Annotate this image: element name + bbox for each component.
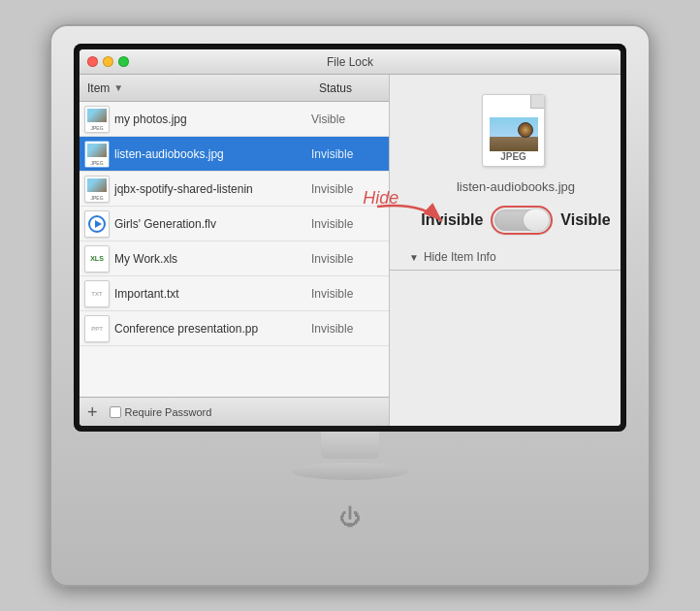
stand-base — [292, 463, 408, 480]
title-bar: File Lock — [80, 49, 620, 75]
file-status: Invisible — [311, 147, 389, 161]
triangle-icon: ▼ — [409, 252, 419, 263]
require-password-checkbox[interactable] — [110, 406, 121, 418]
file-icon — [80, 210, 114, 238]
screen-bezel: File Lock Item ▼ Status — [74, 44, 626, 432]
ground-layer — [490, 137, 538, 151]
file-name: listen-audiobooks.jpg — [114, 147, 311, 161]
close-button[interactable] — [87, 56, 98, 67]
toggle-knob — [524, 209, 549, 231]
file-name: My Work.xls — [114, 252, 311, 266]
file-list-footer: + Require Password — [80, 397, 389, 426]
jpeg-type-label: JPEG — [500, 151, 526, 162]
column-item-header[interactable]: Item ▼ — [80, 81, 311, 95]
table-row[interactable]: XLS My Work.xls Invisible — [80, 241, 389, 276]
file-name: Important.txt — [114, 287, 311, 301]
table-row[interactable]: jqbx-spotify-shared-listenin Invisible — [80, 172, 389, 207]
screen: File Lock Item ▼ Status — [80, 49, 620, 426]
visibility-toggle[interactable] — [493, 208, 551, 233]
file-icon: TXT — [80, 280, 114, 307]
corner-fold — [530, 95, 544, 109]
jpeg-icon — [84, 106, 110, 133]
file-preview: JPEG — [482, 94, 550, 172]
hide-item-info[interactable]: ▼ Hide Item Info — [409, 250, 496, 264]
detail-panel: JPEG listen-audiobooks.jpg Hide — [390, 75, 620, 426]
xls-icon: XLS — [84, 245, 110, 273]
file-icon — [80, 176, 114, 203]
jpeg-file-icon: JPEG — [482, 94, 545, 167]
jpeg-icon — [84, 141, 110, 168]
file-icon — [80, 141, 114, 168]
file-name: my photos.jpg — [114, 113, 311, 126]
content-area: Item ▼ Status my photo — [80, 75, 620, 426]
window-title: File Lock — [327, 55, 373, 69]
lens-circle — [518, 122, 533, 138]
file-status: Visible — [311, 113, 389, 126]
play-icon — [95, 220, 102, 228]
table-row[interactable]: TXT Important.txt Invisible — [80, 276, 389, 311]
table-row[interactable]: listen-audiobooks.jpg Invisible — [80, 137, 389, 172]
visibility-control: Hide Invisible — [421, 208, 610, 233]
require-password-label: Require Password — [125, 406, 212, 418]
table-row[interactable]: PPT Conference presentation.pp Invisible — [80, 311, 389, 346]
arrow-icon — [372, 202, 450, 231]
flv-circle — [88, 215, 106, 233]
stand-neck — [321, 432, 379, 459]
require-password-container: Require Password — [110, 406, 212, 418]
monitor-logo: ⏻ — [339, 505, 361, 531]
file-list: my photos.jpg Visible listen-audiobooks.… — [80, 102, 389, 397]
sort-arrow-icon: ▼ — [113, 82, 123, 93]
hide-annotation: Hide — [363, 188, 408, 209]
file-icon — [80, 106, 114, 133]
file-list-header: Item ▼ Status — [80, 75, 389, 102]
monitor: File Lock Item ▼ Status — [49, 24, 651, 587]
maximize-button[interactable] — [118, 56, 129, 67]
file-status: Invisible — [311, 322, 389, 336]
traffic-lights — [87, 56, 129, 67]
hide-item-info-label: Hide Item Info — [424, 250, 496, 264]
file-detail-name: listen-audiobooks.jpg — [457, 179, 575, 194]
thumbnail-image — [490, 117, 538, 151]
file-name: Conference presentation.pp — [114, 322, 311, 336]
file-list-panel: Item ▼ Status my photo — [80, 75, 390, 426]
file-icon: XLS — [80, 245, 114, 273]
minimize-button[interactable] — [103, 56, 113, 67]
file-status: Invisible — [311, 287, 389, 301]
file-status: Invisible — [311, 252, 389, 266]
divider-line — [390, 270, 620, 271]
table-row[interactable]: Girls' Generation.flv Invisible — [80, 207, 389, 241]
pp-icon: PPT — [84, 315, 110, 342]
add-button[interactable]: + — [87, 403, 98, 421]
column-status-header: Status — [311, 81, 389, 95]
file-name: Girls' Generation.flv — [114, 217, 311, 231]
flv-icon — [84, 210, 110, 238]
txt-icon: TXT — [84, 280, 110, 307]
monitor-stand — [292, 432, 408, 480]
file-icon: PPT — [80, 315, 114, 342]
file-name: jqbx-spotify-shared-listenin — [114, 182, 311, 196]
visible-label: Visible — [560, 211, 610, 229]
table-row[interactable]: my photos.jpg Visible — [80, 102, 389, 137]
jpeg-icon — [84, 176, 110, 203]
